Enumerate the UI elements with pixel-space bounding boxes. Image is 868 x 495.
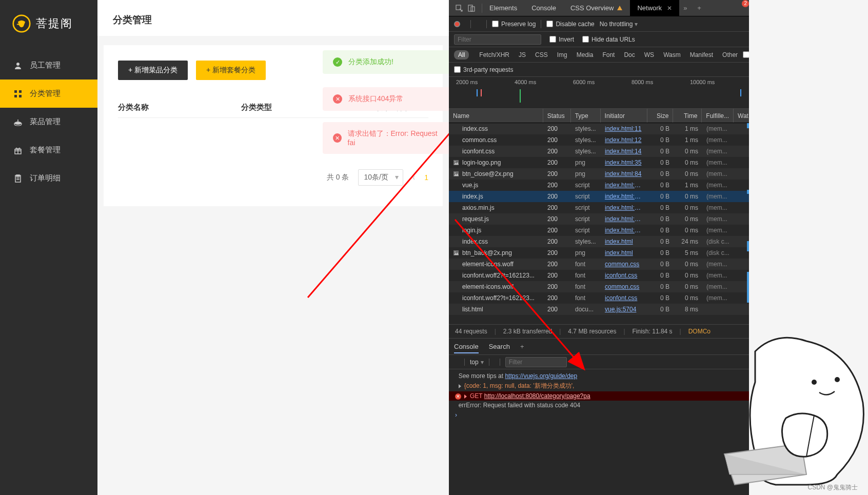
main: 分类管理 + 新增菜品分类 + 新增套餐分类 分类名称 分类类型 操作时间 共 … [97,0,449,495]
th-size[interactable]: Size [647,109,673,123]
console-line-error: ✕GET http://localhost:8080/category/page… [449,391,749,401]
type-filter-doc[interactable]: Doc [620,50,639,60]
network-filter-input[interactable] [454,34,541,45]
add-dish-category-button[interactable]: + 新增菜品分类 [118,61,188,80]
console-body[interactable]: See more tips at https://vuejs.org/guide… [449,369,749,422]
inspect-icon[interactable] [455,4,463,12]
third-party-row: 3rd-party requests [449,63,749,77]
devtools-tabs: Elements Console CSS Overview Network✕ »… [449,0,749,16]
th-time[interactable]: Time [673,109,702,123]
network-row[interactable]: login.js200scriptindex.html:1100 B0 ms(m… [449,225,749,236]
network-row[interactable]: iconfont.woff2?t=162123...200fonticonfon… [449,292,749,304]
logo-text: 菩提阁 [36,16,73,31]
has-blocked-checkbox[interactable]: Has blocked [743,48,749,62]
check-icon: ✓ [333,57,342,67]
network-row[interactable]: list.html200docu...vue.js:57040 B8 ms [449,304,749,315]
network-row[interactable]: vue.js200scriptindex.html:1040 B1 ms(mem… [449,180,749,191]
device-icon[interactable] [467,4,476,12]
sidebar-item-clipboard[interactable]: 订单明细 [0,164,97,192]
network-row[interactable]: axios.min.js200scriptindex.html:1080 B0 … [449,202,749,213]
tab-css-overview[interactable]: CSS Overview [563,0,630,16]
svg-point-23 [455,161,456,162]
type-filter-js[interactable]: JS [515,50,530,60]
network-row[interactable]: iconfont.woff2?t=162123...200fonticonfon… [449,270,749,281]
pagination: 共 0 条 10条/页 ‹ 1 [118,169,428,186]
drawer-tab-console[interactable]: Console [454,343,479,353]
network-row[interactable]: request.js200scriptindex.html:1090 B0 ms… [449,213,749,225]
network-table-body[interactable]: index.css200styles...index.html:110 B1 m… [449,123,749,324]
sidebar-item-gift[interactable]: 套餐管理 [0,136,97,164]
th-name[interactable]: Name [449,109,543,123]
network-row[interactable]: element-icons.woff200fontcommon.css0 B0 … [449,259,749,270]
svg-rect-16 [468,5,472,11]
sidebar-item-grid[interactable]: 分类管理 [0,80,97,108]
drawer-tabs: Console Search + [449,339,749,355]
type-filter-css[interactable]: CSS [531,50,552,60]
watermark: CSDN @鬼鬼骑士 [807,483,858,492]
svg-rect-2 [14,90,17,93]
svg-point-27 [455,251,456,252]
network-row[interactable]: element-icons.woff200fontcommon.css0 B0 … [449,281,749,292]
network-row[interactable]: common.css200styles...index.html:120 B1 … [449,134,749,146]
disable-cache-checkbox[interactable]: Disable cache [546,21,594,28]
drawer-tab-search[interactable]: Search [489,343,510,350]
drawer-add-icon[interactable]: + [520,343,524,350]
clipboard-icon [13,174,23,183]
svg-point-36 [835,377,840,382]
logo-icon [12,14,31,33]
th-waterfall[interactable]: Wat [734,109,749,123]
timeline-ticks: 2000 ms4000 ms6000 ms8000 ms10000 ms [456,79,749,85]
type-filter-all[interactable]: All [454,50,469,60]
console-filter-input[interactable] [505,357,567,367]
grid-icon [13,89,23,98]
preserve-log-checkbox[interactable]: Preserve log [492,21,536,28]
type-filter-media[interactable]: Media [573,50,598,60]
sidebar-item-user[interactable]: 员工管理 [0,51,97,80]
network-row[interactable]: index.js200scriptindex.html:1060 B0 ms(m… [449,191,749,202]
tab-console[interactable]: Console [524,0,563,16]
network-row[interactable]: index.css200styles...index.html:110 B1 m… [449,123,749,134]
type-filter-manifest[interactable]: Manifest [686,50,717,60]
svg-rect-3 [19,90,22,93]
type-filter-other[interactable]: Other [718,50,742,60]
close-icon[interactable]: ✕ [667,5,672,12]
th-fulfilled[interactable]: Fulfille... [702,109,734,123]
sidebar-item-dish[interactable]: 菜品管理 [0,108,97,136]
type-filter-img[interactable]: Img [553,50,571,60]
svg-point-25 [455,172,456,173]
logo: 菩提阁 [0,0,97,51]
pager-total: 共 0 条 [327,173,349,182]
tab-network[interactable]: Network✕ [630,0,679,16]
network-row[interactable]: btn_close@2x.png200pngindex.html:840 B0 … [449,168,749,180]
th-type[interactable]: Type [571,109,601,123]
type-filter-fetchxhr[interactable]: Fetch/XHR [475,50,514,60]
context-select[interactable]: top ▾ [470,359,484,366]
console-prompt[interactable]: › [449,410,749,420]
network-row[interactable]: login-logo.png200pngindex.html:350 B0 ms… [449,157,749,168]
tab-elements[interactable]: Elements [482,0,524,16]
record-icon[interactable] [454,21,460,27]
type-filter-ws[interactable]: WS [640,50,658,60]
add-combo-category-button[interactable]: + 新增套餐分类 [196,61,266,80]
pager-prev[interactable]: ‹ [412,173,415,182]
type-filter-row: AllFetch/XHRJSCSSImgMediaFontDocWSWasmMa… [449,47,749,63]
pager-size-select[interactable]: 10条/页 [358,169,403,186]
network-row[interactable]: iconfont.css200styles...index.html:140 B… [449,146,749,157]
network-toolbar: Preserve log Disable cache No throttling… [449,16,749,32]
network-table-header: Name Status Type Initiator Size Time Ful… [449,109,749,123]
hide-data-urls-checkbox[interactable]: Hide data URLs [582,36,635,43]
invert-checkbox[interactable]: Invert [549,36,574,43]
more-tabs-icon[interactable]: » [679,4,691,12]
th-initiator[interactable]: Initiator [601,109,648,123]
user-icon [13,61,23,70]
third-party-checkbox[interactable]: 3rd-party requests [454,66,513,73]
error-count-badge: 2 [742,0,749,7]
th-status[interactable]: Status [543,109,571,123]
type-filter-font[interactable]: Font [598,50,619,60]
throttling-select[interactable]: No throttling ▾ [600,21,638,28]
timeline[interactable]: 2000 ms4000 ms6000 ms8000 ms10000 ms [449,77,749,109]
add-tab-icon[interactable]: + [691,4,707,12]
network-row[interactable]: index.css200styles...index.html0 B24 ms(… [449,236,749,247]
network-row[interactable]: btn_back@2x.png200pngindex.html0 B5 ms(d… [449,247,749,259]
type-filter-wasm[interactable]: Wasm [659,50,685,60]
